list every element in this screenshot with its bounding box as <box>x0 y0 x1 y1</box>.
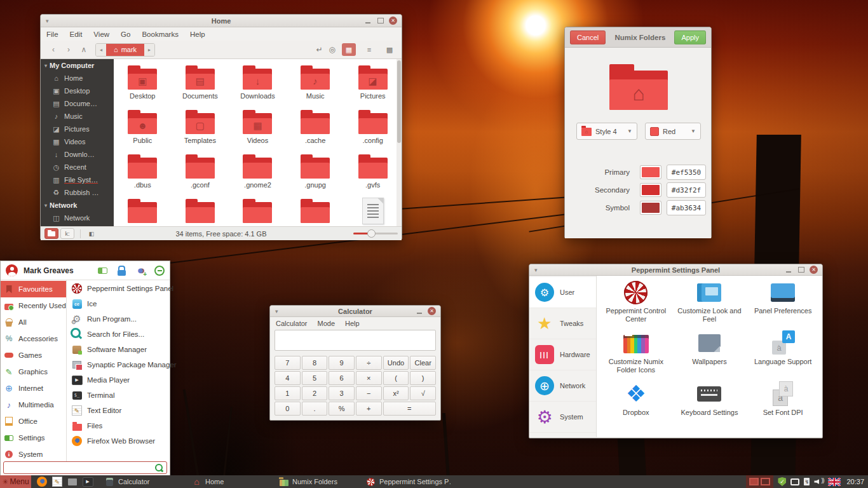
scrollbar-thumb[interactable] <box>397 60 401 143</box>
calc-button-item[interactable]: . <box>302 402 328 416</box>
settings-item-customize-look-and-feel[interactable]: Customize Look and Feel <box>673 280 747 330</box>
calculator-display[interactable] <box>275 330 436 351</box>
color-swatch-button[interactable] <box>640 183 661 197</box>
sidebar-item-desktop[interactable]: ▣Desktop <box>41 85 114 97</box>
app-run-program[interactable]: Run Program... <box>67 311 177 327</box>
file-item-gnome2[interactable]: .gnome2 <box>229 154 287 199</box>
breadcrumb-left-icon[interactable]: ◂ <box>96 44 106 56</box>
file-item-music[interactable]: ♪Music <box>287 65 344 110</box>
calc-button-item[interactable]: + <box>356 402 382 416</box>
sidebar-item-music[interactable]: ♪Music <box>41 110 114 123</box>
calc-button-2[interactable]: 2 <box>302 386 328 400</box>
sidebar-item-recent[interactable]: ◷Recent <box>41 161 114 173</box>
sidebar-section-network[interactable]: ▾Network <box>41 199 114 212</box>
file-item-item[interactable] <box>287 199 344 226</box>
file-item-gvfs[interactable]: .gvfs <box>344 154 402 199</box>
calc-button-clear[interactable]: Clear <box>410 356 436 370</box>
file-item-gconf[interactable]: .gconf <box>172 154 229 199</box>
calc-button-4[interactable]: 4 <box>275 371 301 385</box>
sidebar-item-home[interactable]: ⌂Home <box>41 72 114 85</box>
app-terminal[interactable]: Terminal <box>67 388 177 403</box>
close-button[interactable]: ✕ <box>810 266 818 274</box>
compact-view-button[interactable]: ▩ <box>383 43 397 56</box>
app-text-editor[interactable]: Text Editor <box>67 403 177 418</box>
calc-menu-calculator[interactable]: Calculator <box>276 320 308 327</box>
calc-button-1[interactable]: 1 <box>275 386 301 400</box>
display-icon[interactable] <box>790 478 799 485</box>
calc-button-x[interactable]: x² <box>383 386 409 400</box>
color-swatch-button[interactable] <box>640 165 661 179</box>
file-item-downloads[interactable]: ↓Downloads <box>229 65 287 110</box>
calc-button-item[interactable]: ) <box>410 371 436 385</box>
media-player-launcher-icon[interactable] <box>82 476 93 487</box>
minimize-button[interactable] <box>784 266 792 274</box>
settings-tab-network[interactable]: Network <box>529 370 596 402</box>
forward-icon[interactable]: › <box>61 45 76 54</box>
settings-tab-hardware[interactable]: Hardware <box>529 339 596 370</box>
sidebar-item-downlo[interactable]: ↓Downlo… <box>41 148 114 161</box>
file-item-gnupg[interactable]: .gnupg <box>287 154 344 199</box>
text-editor-launcher-icon[interactable] <box>51 476 63 487</box>
calc-button-item[interactable]: ( <box>383 371 409 385</box>
task-numix-folders[interactable]: Numix Folders <box>276 477 363 487</box>
settings-item-dropbox[interactable]: Dropbox <box>599 381 673 432</box>
sidebar-item-pictures[interactable]: ◪Pictures <box>41 123 114 135</box>
file-manager-titlebar[interactable]: ▾ Home ✕ <box>41 15 402 27</box>
menu-button[interactable]: ✳ Menu <box>0 475 31 488</box>
settings-item-set-font-dpi[interactable]: Set Font DPI <box>746 381 820 432</box>
hex-input[interactable] <box>667 165 706 180</box>
app-search-for-files[interactable]: Search for Files... <box>67 327 177 342</box>
category-graphics[interactable]: Graphics <box>1 363 66 380</box>
file-item-desktop[interactable]: ▣Desktop <box>114 65 172 110</box>
calc-button-undo[interactable]: Undo <box>383 356 409 370</box>
file-item-videos[interactable]: ▦Videos <box>229 110 287 154</box>
cancel-button[interactable]: Cancel <box>570 30 606 44</box>
settings-item-wallpapers[interactable]: Wallpapers <box>673 330 747 381</box>
sidebar-item-rubbish[interactable]: ♻Rubbish … <box>41 186 114 199</box>
icon-view-button[interactable]: ▦ <box>342 43 356 56</box>
file-item-templates[interactable]: ▢Templates <box>172 110 229 154</box>
keyboard-flag-icon[interactable] <box>828 478 841 486</box>
calc-menu-mode[interactable]: Mode <box>318 320 336 327</box>
logout-icon[interactable] <box>154 266 165 276</box>
profile-icon[interactable] <box>97 266 107 276</box>
calc-button-0[interactable]: 0 <box>275 402 301 416</box>
breadcrumb-home-button[interactable]: ⌂mark <box>106 44 144 56</box>
category-recently-used[interactable]: Recently Used <box>1 297 66 314</box>
file-item-item[interactable] <box>229 199 287 226</box>
calc-button-5[interactable]: 5 <box>302 371 328 385</box>
calc-button-8[interactable]: 8 <box>302 356 328 370</box>
app-software-manager[interactable]: Software Manager <box>67 342 177 357</box>
settings-item-language-support[interactable]: Language Support <box>746 330 820 381</box>
close-button[interactable]: ✕ <box>428 307 436 315</box>
hex-input[interactable] <box>667 182 706 198</box>
updates-shield-icon[interactable]: ✓ <box>778 477 786 486</box>
settings-tab-tweaks[interactable]: Tweaks <box>529 308 596 339</box>
calc-button-item[interactable]: √ <box>410 386 436 400</box>
category-games[interactable]: Games <box>1 347 66 363</box>
zoom-slider[interactable] <box>353 233 398 234</box>
menu-edit[interactable]: Edit <box>70 30 83 38</box>
app-media-player[interactable]: Media Player <box>67 372 177 388</box>
battery-icon[interactable]: ↯ <box>804 478 810 485</box>
category-system[interactable]: System <box>1 446 66 463</box>
sidebar-item-docume[interactable]: ▤Docume… <box>41 97 114 110</box>
switch-user-icon[interactable] <box>135 266 146 276</box>
file-item-document[interactable] <box>344 199 402 226</box>
app-files[interactable]: Files <box>67 418 177 433</box>
search-icon[interactable] <box>154 463 163 472</box>
volume-icon[interactable] <box>814 478 824 485</box>
maximize-button[interactable] <box>797 266 805 274</box>
file-item-cache[interactable]: .cache <box>287 110 344 154</box>
settings-item-keyboard-settings[interactable]: Keyboard Settings <box>673 381 747 432</box>
calc-button-item[interactable]: × <box>356 371 382 385</box>
task-home[interactable]: Home <box>189 477 276 487</box>
file-item-config[interactable]: .config <box>344 110 402 154</box>
sidebar-item-network[interactable]: ◫Network <box>41 212 114 224</box>
sidebar-item-videos[interactable]: ▦Videos <box>41 135 114 148</box>
file-item-item[interactable] <box>172 199 229 226</box>
menu-view[interactable]: View <box>93 30 109 38</box>
category-settings[interactable]: Settings <box>1 430 66 446</box>
settings-tab-user[interactable]: User <box>529 277 596 308</box>
back-icon[interactable]: ‹ <box>46 45 61 54</box>
